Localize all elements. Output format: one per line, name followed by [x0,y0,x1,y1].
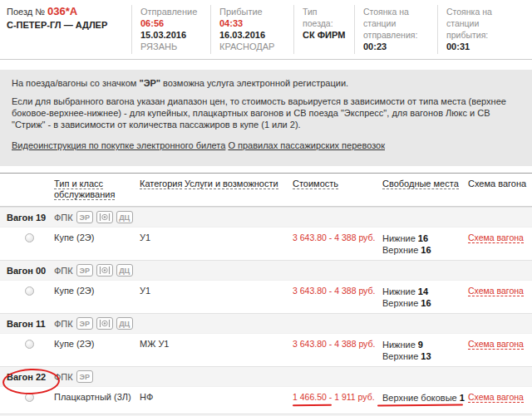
class-name: Плацкартный (3Л) [54,392,140,409]
category-value: МЖ У1 [140,339,185,362]
dining-icon [96,264,113,277]
carrier-name: ФПК [54,266,73,276]
col-type-class[interactable]: Тип и класс обслуживания [54,179,140,200]
dc-badge: ДЦ [116,264,133,277]
video-instruction-link[interactable]: Видеоинструкция по покупке электронного … [12,139,225,151]
departure-time: 06:56 [140,18,164,28]
class-name: Купе (2Э) [54,286,140,309]
seat-radio[interactable] [25,286,34,296]
passenger-rules-link[interactable]: О правилах пассажирских перевозок [228,139,385,151]
stop-departure-block: Стоянка на станции отправления: 00:23 [354,5,437,54]
train-number: 036*А [47,5,77,17]
seat-radio[interactable] [25,393,34,402]
departure-date: 15.03.2016 [140,30,186,40]
services-value [185,232,293,256]
stop-departure-value: 00:23 [363,41,429,52]
vagon-group-header: Вагон 19 ФПК ЭР ДЦ [0,207,532,227]
col-empty [7,179,54,200]
free-seats: Нижние 16 Верхние 16 [382,232,468,256]
services-value [185,286,293,309]
arrival-label: Прибытие [219,6,285,17]
price-range: 3 643.80 - 4 388 руб. [293,286,382,309]
train-type-value: СК ФИРМ [303,29,346,41]
col-price[interactable]: Стоимость [293,179,382,200]
dc-badge: ДЦ [116,317,133,330]
vagon-detail-row: Плацкартный (3Л) НФ 1 466.50 - 1 911 руб… [0,386,532,414]
free-seats: Нижние 9 Верхние 13 [382,339,468,362]
stop-departure-label: Стоянка на станции отправления: [363,6,429,41]
er-badge: ЭР [76,317,93,330]
col-services[interactable]: Услуги и возможности [185,179,293,200]
col-category[interactable]: Категория [140,179,185,200]
price-range: 3 643.80 - 4 388 руб. [293,339,382,362]
price-range: 1 466.50 - 1 911 руб. [293,392,382,409]
dc-badge: ДЦ [116,211,133,223]
train-type-label: Тип поезда: [303,6,346,29]
stop-arrival-value: 00:31 [446,41,516,52]
er-badge: ЭР [76,264,93,277]
services-value [185,392,293,409]
train-number-block: Поезд № 036*А С-ПЕТЕР-ГЛ — АДЛЕР [7,5,131,54]
notice-line2: Если для выбранного вагона указан диапаз… [12,95,520,130]
vagon-group-header: Вагон 22 ФПК ЭР [0,366,532,386]
vagon-group-header: Вагон 00 ФПК ЭР ДЦ [0,260,532,280]
train-label: Поезд № [7,7,45,17]
notice-line1-er: "ЭР" [139,78,160,88]
free-seats: Верхние боковые 1 [382,392,468,409]
stop-arrival-label: Стоянка на станции прибытия: [446,6,516,41]
stop-arrival-block: Стоянка на станции прибытия: 00:31 [437,5,525,54]
train-route: С-ПЕТЕР-ГЛ — АДЛЕР [7,19,123,31]
scheme-link[interactable]: Схема вагона [468,392,532,409]
class-name: Купе (2Э) [54,339,140,362]
departure-station: РЯЗАНЬ [140,41,202,52]
vagon-number: Вагон 00 [7,266,54,276]
category-value: НФ [140,392,185,409]
notice-line1-post: возможна услуга электронной регистрации. [160,78,348,88]
carrier-name: ФПК [54,319,73,329]
scheme-link[interactable]: Схема вагона [468,286,532,309]
vagon-number: Вагон 22 [7,372,54,382]
category-value: У1 [140,232,185,256]
arrival-station: КРАСНОДАР [219,41,285,52]
arrival-block: Прибытие 04:33 16.03.2016 КРАСНОДАР [210,5,293,54]
vagon-detail-row: Купе (2Э) У1 3 643.80 - 4 388 руб. Нижни… [0,227,532,260]
category-value: У1 [140,286,185,309]
er-badge: ЭР [76,370,93,383]
vagon-detail-row: Купе (2Э) У1 3 643.80 - 4 388 руб. Нижни… [0,280,532,313]
col-free-seats[interactable]: Свободные места [382,179,468,200]
carrier-name: ФПК [54,213,73,223]
scheme-link[interactable]: Схема вагона [468,232,532,256]
services-value [185,339,293,362]
train-type-block: Тип поезда: СК ФИРМ [293,5,354,54]
vagon-detail-row: Купе (2Э) МЖ У1 3 643.80 - 4 388 руб. Ни… [0,333,532,366]
annotation-seats-underline [377,404,463,406]
vagon-number: Вагон 19 [7,213,54,223]
vagon-group-header: Вагон 11 ФПК ЭР ДЦ [0,313,532,333]
notice-line1: На поезда/вагоны со значком "ЭР" возможн… [12,77,520,89]
train-info-header: Поезд № 036*А С-ПЕТЕР-ГЛ — АДЛЕР Отправл… [0,0,532,60]
annotation-price-underline [293,404,332,406]
seat-radio[interactable] [25,340,34,349]
dining-icon [96,211,113,223]
departure-block: Отправление 06:56 15.03.2016 РЯЗАНЬ [131,5,210,54]
carrier-name: ФПК [54,372,73,382]
dining-icon [96,317,113,330]
arrival-time: 04:33 [219,18,243,28]
departure-label: Отправление [140,6,202,17]
seat-radio[interactable] [25,233,34,242]
vagon-number: Вагон 11 [7,319,54,329]
er-badge: ЭР [76,211,93,223]
e-registration-notice: На поезда/вагоны со значком "ЭР" возможн… [0,70,532,166]
price-range: 3 643.80 - 4 388 руб. [293,232,382,256]
col-scheme: Схема вагона [468,179,532,200]
notice-line1-pre: На поезда/вагоны со значком [12,78,139,88]
table-header-row: Тип и класс обслуживания Категория Услуг… [0,173,532,207]
class-name: Купе (2Э) [54,232,140,256]
arrival-date: 16.03.2016 [219,30,265,40]
free-seats: Нижние 14 Верхние 16 [382,286,468,309]
scheme-link[interactable]: Схема вагона [468,339,532,362]
